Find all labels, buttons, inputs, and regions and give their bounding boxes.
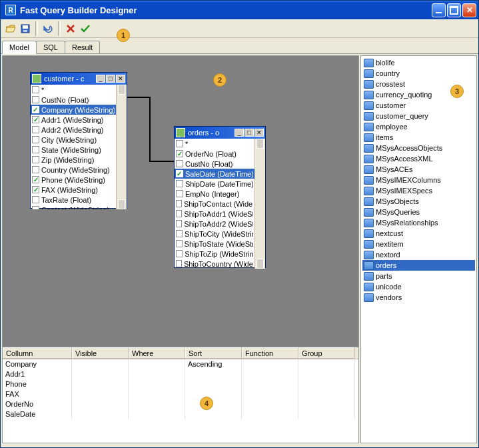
grid-column-header[interactable]: Function xyxy=(242,347,298,359)
grid-cell[interactable] xyxy=(298,409,355,419)
grid-cell[interactable] xyxy=(298,359,355,369)
grid-cell[interactable] xyxy=(298,369,355,379)
field-item[interactable]: State (WideString) xyxy=(31,145,116,155)
grid-cell[interactable] xyxy=(72,399,129,409)
table-minimize-button[interactable]: _ xyxy=(96,75,105,83)
grid-cell[interactable] xyxy=(298,399,355,409)
field-checkbox[interactable] xyxy=(176,230,183,237)
field-checkbox[interactable] xyxy=(32,206,39,209)
table-list-item[interactable]: nextord xyxy=(362,249,475,260)
grid-cell[interactable] xyxy=(129,369,185,379)
criteria-grid[interactable]: CollumnVisibleWhereSortFunctionGroup Com… xyxy=(2,347,359,443)
field-item[interactable]: * xyxy=(175,139,254,149)
grid-cell[interactable] xyxy=(242,399,298,409)
field-checkbox[interactable] xyxy=(176,170,183,177)
grid-row[interactable]: SaleDate xyxy=(3,409,358,419)
table-list-item[interactable]: MSysObjects xyxy=(362,196,475,207)
grid-cell[interactable]: OrderNo xyxy=(3,399,72,409)
field-checkbox[interactable] xyxy=(176,150,183,157)
field-item[interactable]: EmpNo (Integer) xyxy=(175,189,254,199)
grid-column-header[interactable]: Group xyxy=(298,347,355,359)
grid-row[interactable]: CompanyAscending xyxy=(3,359,358,369)
grid-row[interactable]: Addr1 xyxy=(3,369,358,379)
field-checkbox[interactable] xyxy=(176,220,182,227)
field-item[interactable]: ShipToCity (WideString) xyxy=(175,229,254,239)
grid-cell[interactable]: Phone xyxy=(3,379,72,389)
grid-column-header[interactable]: Visible xyxy=(72,347,129,359)
grid-row[interactable]: OrderNo xyxy=(3,399,358,409)
field-item[interactable]: * xyxy=(31,85,116,95)
save-icon[interactable] xyxy=(19,23,31,35)
field-checkbox[interactable] xyxy=(32,156,39,163)
field-checkbox[interactable] xyxy=(32,176,39,183)
table-list-item[interactable]: parts xyxy=(362,271,475,281)
grid-cell[interactable] xyxy=(72,359,129,369)
open-icon[interactable] xyxy=(5,23,17,35)
table-list-item[interactable]: items xyxy=(362,132,475,143)
field-checkbox[interactable] xyxy=(32,96,39,103)
table-list-item[interactable]: biolife xyxy=(362,57,475,68)
field-item[interactable]: Country (WideString) xyxy=(31,165,116,175)
table-list-item[interactable]: MSysAccessObjects xyxy=(362,143,475,153)
scrollbar[interactable] xyxy=(254,139,265,269)
grid-row[interactable]: Phone xyxy=(3,379,358,389)
field-checkbox[interactable] xyxy=(176,180,183,187)
titlebar[interactable]: R Fast Query Builder Designer xyxy=(1,1,478,19)
field-item[interactable]: Addr2 (WideString) xyxy=(31,125,116,135)
table-list-item[interactable]: orders xyxy=(362,260,475,271)
table-window-customer[interactable]: customer - c_□✕*CustNo (Float)Company (W… xyxy=(30,72,127,209)
field-item[interactable]: TaxRate (Float) xyxy=(31,195,116,205)
grid-cell[interactable]: SaleDate xyxy=(3,409,72,419)
table-minimize-button[interactable]: _ xyxy=(235,129,244,137)
field-item[interactable]: ShipToState (WideString) xyxy=(175,239,254,249)
table-list[interactable]: 3 biolifecountrycrosstestcurrency_quotin… xyxy=(360,55,477,443)
field-item[interactable]: Zip (WideString) xyxy=(31,155,116,165)
field-item[interactable]: OrderNo (Float) xyxy=(175,149,254,159)
table-list-item[interactable]: country xyxy=(362,68,475,79)
field-checkbox[interactable] xyxy=(176,190,183,197)
field-checkbox[interactable] xyxy=(32,106,39,113)
grid-cell[interactable] xyxy=(242,369,298,379)
grid-cell[interactable] xyxy=(129,409,185,419)
table-maximize-button[interactable]: □ xyxy=(244,129,254,137)
field-item[interactable]: FAX (WideString) xyxy=(31,185,116,195)
grid-cell[interactable] xyxy=(129,379,185,389)
table-list-item[interactable]: MSysIMEXSpecs xyxy=(362,185,475,196)
grid-cell[interactable] xyxy=(72,379,129,389)
table-window-titlebar[interactable]: orders - o_□✕ xyxy=(175,127,265,139)
grid-cell[interactable] xyxy=(129,389,185,399)
grid-cell[interactable] xyxy=(185,369,242,379)
grid-cell[interactable] xyxy=(242,409,298,419)
field-item[interactable]: Phone (WideString) xyxy=(31,175,116,185)
accept-icon[interactable] xyxy=(79,23,91,35)
field-item[interactable]: Contact (WideString) xyxy=(31,205,116,209)
grid-cell[interactable]: Company xyxy=(3,359,72,369)
grid-cell[interactable] xyxy=(185,399,242,409)
field-checkbox[interactable] xyxy=(32,116,39,123)
field-item[interactable]: ShipDate (DateTime) xyxy=(175,179,254,189)
grid-cell[interactable] xyxy=(72,389,129,399)
table-list-item[interactable]: MSysRelationships xyxy=(362,217,475,228)
close-button[interactable] xyxy=(462,3,476,17)
grid-cell[interactable] xyxy=(129,359,185,369)
grid-cell[interactable] xyxy=(242,359,298,369)
tab-sql[interactable]: SQL xyxy=(36,41,65,53)
grid-column-header[interactable]: Where xyxy=(129,347,185,359)
table-window-orders[interactable]: orders - o_□✕*OrderNo (Float)CustNo (Flo… xyxy=(174,126,266,268)
undo-icon[interactable] xyxy=(42,23,54,35)
field-item[interactable]: ShipToAddr2 (WideString) xyxy=(175,219,254,229)
table-field-list[interactable]: *OrderNo (Float)CustNo (Float)SaleDate (… xyxy=(175,139,265,269)
grid-cell[interactable] xyxy=(129,399,185,409)
field-checkbox[interactable] xyxy=(176,250,183,257)
minimize-button[interactable] xyxy=(432,3,446,17)
grid-cell[interactable] xyxy=(72,409,129,419)
table-list-item[interactable]: employee xyxy=(362,121,475,132)
grid-cell[interactable] xyxy=(185,379,242,389)
table-field-list[interactable]: *CustNo (Float)Company (WideString)Addr1… xyxy=(31,85,127,209)
field-checkbox[interactable] xyxy=(32,166,39,173)
table-close-button[interactable]: ✕ xyxy=(254,129,264,137)
grid-column-header[interactable]: Sort xyxy=(185,347,242,359)
field-item[interactable]: SaleDate (DateTime) xyxy=(175,169,254,179)
field-item[interactable]: CustNo (Float) xyxy=(31,95,116,105)
scrollbar[interactable] xyxy=(116,85,127,209)
